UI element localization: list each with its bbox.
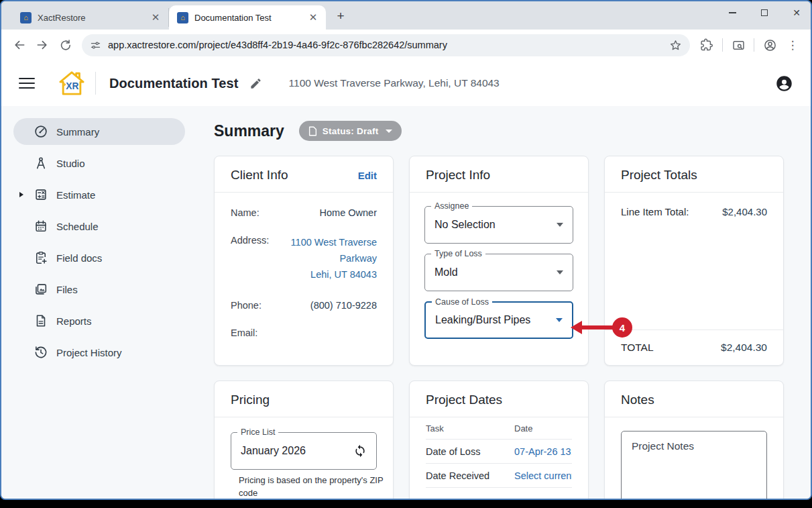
sidebar-item-label: Studio: [56, 158, 85, 169]
site-info-icon[interactable]: [90, 40, 101, 51]
project-address: 1100 West Traverse Parkway, Lehi, UT 840…: [289, 77, 500, 89]
name-value: Home Owner: [320, 207, 377, 218]
xactrestore-logo[interactable]: XR: [58, 70, 86, 97]
browser-menu-icon[interactable]: ⋮: [781, 34, 804, 56]
files-library-icon: [34, 282, 48, 297]
sidebar-item-reports[interactable]: Reports: [13, 307, 185, 334]
chevron-down-icon: [556, 318, 563, 322]
xactrestore-favicon-icon: ⌂: [20, 12, 32, 23]
studio-compass-icon: [34, 156, 48, 170]
back-button[interactable]: [8, 34, 31, 56]
field-docs-clipboard-icon: [34, 250, 48, 265]
sidebar-item-field-docs[interactable]: Field docs: [13, 244, 185, 271]
card-title: Project Totals: [621, 168, 697, 183]
task-column-header: Task: [426, 423, 514, 434]
annotation-arrow-icon: [571, 321, 582, 334]
refresh-price-list-icon[interactable]: [353, 444, 367, 458]
window-controls: ✕: [728, 8, 801, 17]
sidebar-item-label: Reports: [56, 315, 92, 327]
line-item-total-label: Line Item Total:: [621, 206, 689, 217]
profile-icon[interactable]: [758, 34, 781, 56]
card-title: Project Info: [426, 168, 490, 183]
sidebar-item-summary[interactable]: Summary: [13, 118, 185, 145]
assignee-select[interactable]: Assignee No Selection: [424, 206, 573, 244]
tab-title: XactRestore: [38, 13, 150, 23]
line-item-total-value: $2,404.30: [722, 206, 767, 217]
tab-close-icon[interactable]: ✕: [150, 11, 162, 23]
summary-gauge-icon: [34, 124, 48, 139]
project-notes-input[interactable]: [621, 431, 767, 500]
price-list-field[interactable]: Price List January 2026: [231, 432, 377, 470]
dates-header-row: Task Date: [426, 417, 572, 440]
xactrestore-favicon-icon: ⌂: [177, 12, 188, 23]
estimate-calculator-icon: [34, 187, 48, 202]
browser-tab-xactrestore[interactable]: ⌂ XactRestore ✕: [12, 8, 169, 27]
sidebar-item-label: Field docs: [56, 252, 102, 264]
edit-client-info-button[interactable]: Edit: [358, 170, 377, 181]
app-root: XR Documentation Test 1100 West Traverse…: [1, 60, 811, 499]
card-title: Notes: [621, 393, 654, 407]
status-dropdown[interactable]: Status: Draft: [299, 121, 402, 141]
date-of-loss-value[interactable]: 07-Apr-26 13:33:38: [514, 446, 572, 457]
logo-text: XR: [66, 81, 78, 91]
address-bar[interactable]: app.xactrestore.com/project/e43d8ff4-2b1…: [82, 34, 690, 56]
minimize-button[interactable]: [728, 8, 737, 17]
sidebar-nav: Summary Studio Estimate: [1, 106, 202, 499]
sidebar-item-studio[interactable]: Studio: [13, 150, 185, 176]
notes-card: Notes: [604, 380, 784, 500]
reload-button[interactable]: [54, 34, 76, 56]
bookmark-star-icon[interactable]: [669, 39, 682, 52]
cause-of-loss-value: Leaking/Burst Pipes: [435, 314, 556, 326]
project-info-card: Project Info Assignee No Selection Type …: [409, 156, 589, 366]
email-label: Email:: [231, 327, 257, 338]
url-text[interactable]: app.xactrestore.com/project/e43d8ff4-2b1…: [108, 40, 669, 50]
page-title: Summary: [214, 122, 284, 140]
type-of-loss-value: Mold: [434, 266, 557, 278]
table-row: Date Received Select current time: [426, 464, 572, 488]
chevron-down-icon: [386, 130, 392, 133]
status-badge: Status: Draft: [323, 126, 379, 136]
cause-of-loss-select[interactable]: Cause of Loss Leaking/Burst Pipes: [424, 301, 573, 339]
browser-toolbar: app.xactrestore.com/project/e43d8ff4-2b1…: [1, 30, 811, 60]
side-panel-icon[interactable]: [727, 34, 750, 56]
account-icon[interactable]: [775, 74, 793, 93]
tab-strip: ⌂ XactRestore ✕ ⌂ Documentation Test ✕ +…: [1, 1, 811, 30]
price-list-label: Price List: [237, 427, 278, 437]
status-doc-icon: [308, 126, 317, 136]
close-button[interactable]: ✕: [792, 8, 801, 17]
maximize-button[interactable]: [760, 8, 769, 17]
name-label: Name:: [231, 207, 259, 218]
toolbar-divider: [722, 38, 723, 52]
type-of-loss-select[interactable]: Type of Loss Mold: [424, 254, 573, 291]
tab-title: Documentation Test: [194, 13, 307, 23]
tab-close-icon[interactable]: ✕: [307, 11, 319, 23]
cause-of-loss-label: Cause of Loss: [432, 297, 492, 307]
address-link[interactable]: 1100 West Traverse Parkway Lehi, UT 8404…: [269, 235, 377, 283]
new-tab-button[interactable]: +: [331, 7, 350, 26]
date-received-link[interactable]: Select current time: [514, 470, 572, 481]
browser-tab-documentation-test[interactable]: ⌂ Documentation Test ✕: [169, 5, 326, 30]
sidebar-item-project-history[interactable]: Project History: [13, 339, 185, 366]
history-clock-icon: [34, 345, 48, 360]
extensions-icon[interactable]: [695, 34, 718, 56]
screenshot-frame: ⌂ XactRestore ✕ ⌂ Documentation Test ✕ +…: [0, 0, 812, 508]
forward-button[interactable]: [31, 34, 54, 56]
sidebar-item-label: Files: [56, 284, 78, 295]
annotation-arrow-line: [581, 325, 614, 329]
assignee-label: Assignee: [431, 201, 472, 211]
sidebar-item-files[interactable]: Files: [13, 276, 185, 303]
menu-icon[interactable]: [19, 78, 35, 89]
sidebar-item-label: Summary: [56, 126, 99, 138]
edit-title-icon[interactable]: [249, 77, 262, 90]
address-label: Address:: [231, 235, 269, 246]
chevron-down-icon: [557, 270, 563, 274]
sidebar-item-estimate[interactable]: Estimate: [13, 181, 185, 208]
project-dates-card: Project Dates Task Date Date of Loss 07-…: [409, 380, 589, 500]
sidebar-item-label: Schedule: [56, 221, 99, 232]
sidebar-item-label: Estimate: [56, 189, 95, 201]
sidebar-item-schedule[interactable]: Schedule: [13, 213, 185, 240]
pricing-helper-text: Pricing is based on the property's ZIP c…: [239, 474, 386, 500]
toolbar-divider: [754, 38, 754, 52]
sidebar-item-label: Project History: [56, 347, 122, 358]
expand-caret-icon[interactable]: [19, 192, 23, 197]
